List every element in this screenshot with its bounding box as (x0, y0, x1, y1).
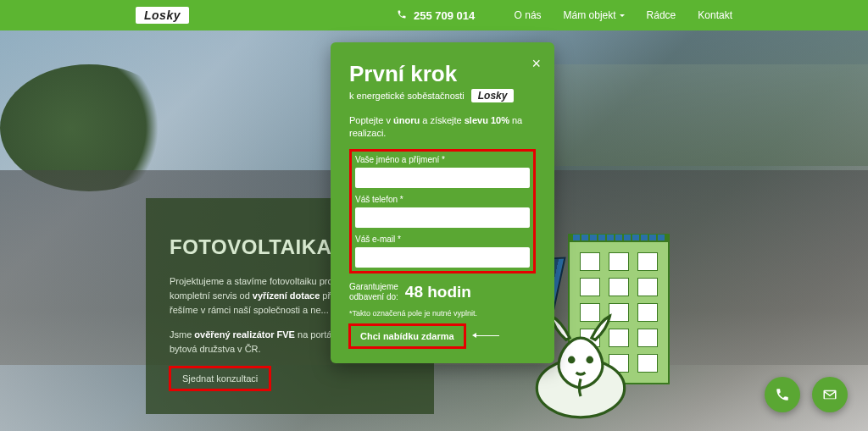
fab-row (765, 377, 848, 412)
svg-point-2 (586, 356, 593, 364)
nav-onas[interactable]: O nás (515, 9, 542, 21)
email-field[interactable] (355, 247, 530, 268)
modal-subtitle: k energetické soběstačnosti (349, 91, 465, 101)
svg-point-1 (568, 356, 576, 364)
guarantee-label: Garantujeme odbavení do: (349, 282, 398, 302)
fab-call-button[interactable] (765, 377, 800, 412)
lead-modal: × První krok k energetické soběstačnosti… (331, 42, 554, 363)
chevron-down-icon (620, 14, 625, 17)
arrow-left-icon (476, 335, 499, 336)
phone-link[interactable]: 255 709 014 (397, 9, 475, 22)
nav-mam-objekt-label: Mám objekt (564, 9, 616, 21)
lead-form: Vaše jméno a příjmení * Váš telefon * Vá… (355, 155, 530, 268)
phone-number: 255 709 014 (414, 9, 475, 22)
modal-promo: Poptejte v únoru a získejte slevu 10% na… (349, 114, 536, 141)
close-icon[interactable]: × (531, 56, 541, 71)
nav-radce[interactable]: Rádce (647, 9, 676, 21)
mail-icon (822, 387, 837, 402)
required-note: *Takto označená pole je nutné vyplnit. (349, 309, 536, 318)
submit-button[interactable]: Chci nabídku zdarma (349, 324, 465, 348)
phone-field[interactable] (355, 207, 530, 228)
guarantee-row: Garantujeme odbavení do: 48 hodin (349, 282, 536, 302)
nav-mam-objekt[interactable]: Mám objekt (564, 9, 625, 21)
phone-label: Váš telefon * (355, 195, 530, 204)
phone-icon (775, 387, 790, 402)
consult-button[interactable]: Sjednat konzultaci (170, 367, 270, 390)
modal-logo: Losky (471, 89, 515, 102)
form-highlight: Vaše jméno a příjmení * Váš telefon * Vá… (349, 149, 536, 274)
nav-kontakt[interactable]: Kontakt (698, 9, 732, 21)
email-label: Váš e-mail * (355, 235, 530, 244)
fab-mail-button[interactable] (812, 377, 848, 412)
nav-links: O nás Mám objekt Rádce Kontakt (515, 9, 732, 21)
name-label: Vaše jméno a příjmení * (355, 155, 530, 164)
logo[interactable]: Losky (136, 7, 189, 24)
guarantee-value: 48 hodin (405, 283, 471, 301)
modal-title: První krok (349, 61, 536, 87)
phone-icon (397, 9, 407, 22)
navbar: Losky 255 709 014 O nás Mám objekt Rádce… (0, 0, 868, 30)
name-field[interactable] (355, 168, 530, 188)
